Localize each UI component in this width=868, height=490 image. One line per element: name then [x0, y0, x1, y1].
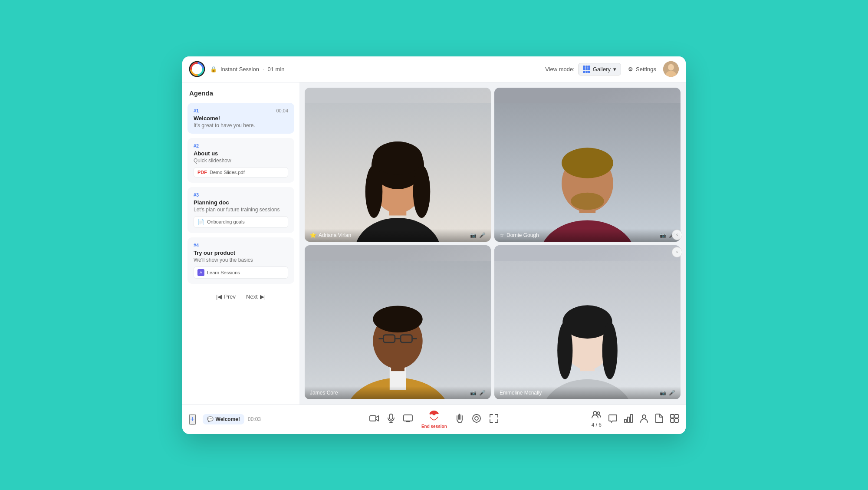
top-bar: 🔒 Instant Session · 01 min View mode: Ga…: [182, 56, 686, 82]
fullscreen-button[interactable]: [490, 414, 498, 425]
agenda-item-3-attachment-name: Onboarding goals: [207, 219, 245, 224]
svg-rect-47: [625, 419, 626, 422]
agenda-item-1-header: #1 00:04: [194, 108, 288, 113]
participant-name-4: Emmeline Mcnally: [500, 390, 542, 396]
participant-name-3: James Core: [310, 390, 338, 396]
raise-hand-icon: [456, 414, 464, 425]
slide-prev-arrow[interactable]: ‹: [672, 230, 682, 240]
record-button[interactable]: [472, 414, 481, 425]
slide-next-arrow[interactable]: ›: [672, 247, 682, 257]
settings-gear-icon: ⚙: [628, 66, 633, 72]
session-title: Instant Session: [220, 66, 259, 72]
bottom-bar: + 💬 Welcome! 00:03: [182, 404, 686, 434]
chat-button[interactable]: [608, 414, 617, 425]
video-cam-icon-4: 📷: [660, 390, 666, 396]
polls-button[interactable]: [624, 414, 633, 425]
svg-point-34: [557, 322, 572, 379]
agenda-item-1-desc: It's great to have you here.: [194, 122, 288, 128]
agenda-item-1-num: #1: [194, 108, 199, 113]
record-icon: [472, 414, 481, 425]
svg-point-9: [365, 165, 383, 218]
video-cam-icon-1: 📷: [470, 232, 477, 238]
svg-point-16: [562, 148, 613, 178]
participants-button[interactable]: 4 / 6: [592, 411, 602, 428]
settings-button[interactable]: ⚙ Settings: [625, 64, 660, 75]
svg-rect-36: [370, 416, 376, 421]
video-grid: ⭐ Adriana Virlan 📷 🎤: [305, 88, 681, 399]
agenda-item-2-attachment[interactable]: PDF Demo Slides.pdf: [194, 167, 288, 178]
video-cell-1: ⭐ Adriana Virlan 📷 🎤: [305, 88, 491, 242]
session-elapsed-time: 00:03: [248, 416, 261, 422]
video-cam-ctrl-icon: [369, 414, 379, 424]
people-button[interactable]: [640, 414, 648, 425]
video-mic-icon-4: 🎤: [669, 390, 675, 396]
session-duration: 01 min: [268, 66, 285, 72]
svg-rect-52: [675, 414, 678, 418]
gallery-grid-icon: [583, 66, 590, 73]
next-icon: ▶|: [260, 293, 266, 300]
star-outline-icon-2: ☆: [500, 232, 504, 238]
agenda-item-3-desc: Let's plan our future training sessions: [194, 207, 288, 213]
view-mode-label: View mode:: [545, 66, 575, 72]
bottom-controls: End session: [369, 410, 498, 429]
svg-rect-37: [389, 414, 393, 419]
svg-point-17: [571, 192, 604, 210]
svg-point-10: [413, 165, 431, 218]
agenda-item-4-attachment[interactable]: A Learn Sessions: [194, 266, 288, 279]
files-button[interactable]: [655, 414, 663, 425]
svg-point-50: [642, 415, 646, 418]
end-session-button[interactable]: End session: [421, 410, 447, 429]
participant-name-2: ☆ Dornie Gough: [500, 232, 539, 238]
add-button[interactable]: +: [189, 414, 196, 425]
raise-hand-button[interactable]: [456, 414, 464, 425]
agenda-item-3-attachment[interactable]: 📄 Onboarding goals: [194, 216, 288, 228]
video-area: ⭐ Adriana Virlan 📷 🎤: [299, 82, 686, 404]
agenda-item-4-header: #4: [194, 243, 288, 248]
next-label: Next: [246, 293, 258, 300]
prev-label: Prev: [224, 293, 236, 300]
chat-icon: [608, 414, 617, 425]
agenda-item-2-title: About us: [194, 150, 288, 157]
svg-rect-53: [671, 419, 674, 422]
more-button[interactable]: [670, 414, 679, 425]
files-icon: [655, 414, 663, 425]
svg-point-45: [593, 411, 597, 415]
participant-video-1: [305, 88, 491, 242]
screen-share-button[interactable]: [403, 414, 413, 424]
agenda-item-4-desc: We'll show you the basics: [194, 257, 288, 263]
agenda-item-3[interactable]: #3 Planning doc Let's plan our future tr…: [187, 187, 294, 233]
agenda-item-4-attachment-name: Learn Sessions: [207, 270, 240, 275]
svg-point-44: [475, 417, 478, 420]
video-toggle-button[interactable]: [369, 414, 379, 424]
agenda-item-1-title: Welcome!: [194, 115, 288, 122]
gallery-button[interactable]: Gallery ▾: [578, 63, 621, 76]
current-session-label: Welcome!: [216, 416, 240, 422]
session-separator: ·: [263, 66, 264, 72]
participant-video-4: [494, 245, 681, 399]
agenda-item-2[interactable]: #2 About us Quick slideshow PDF Demo Sli…: [187, 138, 294, 183]
main-content: Agenda #1 00:04 Welcome! It's great to h…: [182, 82, 686, 404]
svg-rect-49: [631, 414, 632, 422]
prev-icon: |◀: [216, 293, 222, 300]
lock-icon: 🔒: [210, 66, 217, 72]
user-avatar[interactable]: [663, 61, 679, 77]
agenda-nav: |◀ Prev Next ▶|: [187, 288, 294, 302]
mic-toggle-button[interactable]: [388, 414, 395, 425]
video-name-bar-4: Emmeline Mcnally 📷 🎤: [494, 386, 681, 399]
agenda-item-1[interactable]: #1 00:04 Welcome! It's great to have you…: [187, 103, 294, 134]
prev-button[interactable]: |◀ Prev: [216, 293, 236, 300]
video-controls-4: 📷 🎤: [660, 390, 675, 396]
agenda-item-2-desc: Quick slideshow: [194, 158, 288, 164]
video-mic-icon-3: 🎤: [479, 390, 486, 396]
learn-icon: A: [197, 269, 204, 276]
gallery-chevron: ▾: [613, 66, 616, 72]
next-button[interactable]: Next ▶|: [246, 293, 266, 300]
sidebar: Agenda #1 00:04 Welcome! It's great to h…: [182, 82, 299, 404]
participant-video-2: [494, 88, 681, 242]
video-cell-2: ☆ Dornie Gough 📷 🎤: [494, 88, 681, 242]
svg-point-2: [668, 64, 674, 71]
video-cam-icon-2: 📷: [660, 232, 666, 238]
participant-video-3: [305, 245, 491, 399]
agenda-item-4-num: #4: [194, 243, 199, 248]
agenda-item-4[interactable]: #4 Try our product We'll show you the ba…: [187, 237, 294, 284]
